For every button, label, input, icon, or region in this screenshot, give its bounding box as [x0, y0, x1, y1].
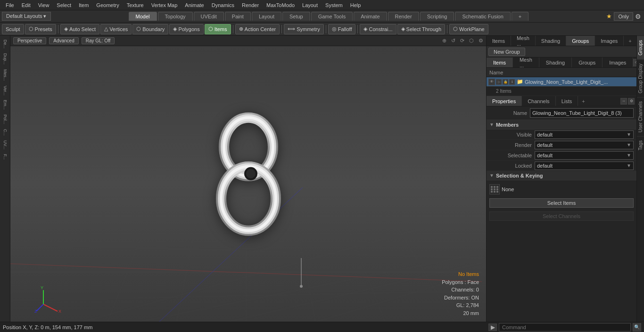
tab-add[interactable]: +	[625, 37, 635, 45]
layout-tab-schematic[interactable]: Schematic Fusion	[455, 12, 510, 21]
sidebar-deform[interactable]: De...	[2, 38, 8, 50]
prop-tab-channels[interactable]: Channels	[522, 96, 555, 106]
tab-items[interactable]: Items	[487, 36, 511, 46]
new-group-button[interactable]: New Group	[488, 48, 525, 56]
subtab-groups[interactable]: Groups	[572, 57, 603, 67]
sculpt-button[interactable]: Sculpt	[2, 24, 24, 34]
visible-select[interactable]: default ▼	[535, 130, 634, 139]
items-button[interactable]: ⬡ Items	[205, 24, 231, 34]
tab-shading[interactable]: Shading	[536, 36, 566, 46]
layout-tab-render[interactable]: Render	[388, 12, 419, 21]
layout-selector[interactable]: Default Layouts ▾	[2, 12, 51, 21]
sidebar-f[interactable]: F...	[2, 152, 8, 162]
vtab-tags[interactable]: Tags	[637, 136, 644, 154]
settings-icon[interactable]: ⚙	[635, 13, 641, 20]
sidebar-vert[interactable]: Ver...	[2, 84, 8, 97]
viewport-icon-4[interactable]: ⬡	[469, 38, 474, 44]
select-through-button[interactable]: ◈ Select Through	[397, 24, 445, 34]
menu-geometry[interactable]: Geometry	[92, 1, 123, 9]
layout-tab-add[interactable]: +	[512, 12, 528, 21]
menu-help[interactable]: Help	[347, 1, 365, 9]
layout-tab-animate[interactable]: Animate	[354, 12, 387, 21]
perspective-btn[interactable]: Perspective	[13, 37, 46, 44]
subtab-shading[interactable]: Shading	[539, 57, 572, 67]
group-item-main[interactable]: 👁 ▷ 🔒 ℹ 📁 Glowing_Neon_Tube_Light_Digit_…	[487, 77, 636, 87]
name-field-input[interactable]	[530, 108, 634, 118]
layout-tab-paint[interactable]: Paint	[225, 12, 251, 21]
viewport-icon-5[interactable]: ⚙	[479, 38, 483, 44]
command-input[interactable]	[499, 323, 631, 332]
group-lock-icon[interactable]: 🔒	[503, 79, 508, 85]
eye-icon[interactable]: 👁	[633, 59, 636, 66]
subtab-items[interactable]: Items	[487, 57, 513, 67]
menu-layout[interactable]: Layout	[298, 1, 322, 9]
subtab-images[interactable]: Images	[603, 57, 633, 67]
vtab-groups[interactable]: Groups	[637, 36, 644, 59]
prop-settings-icon[interactable]: ⚙	[628, 98, 635, 105]
menu-select[interactable]: Select	[53, 1, 75, 9]
layout-tab-model[interactable]: Model	[129, 12, 157, 21]
menu-texture[interactable]: Texture	[123, 1, 148, 9]
constrai-button[interactable]: ◈ Constrai...	[360, 24, 396, 34]
tab-groups[interactable]: Groups	[566, 36, 595, 46]
menu-item[interactable]: Item	[75, 1, 92, 9]
tab-mesh[interactable]: Mesh ...	[511, 36, 536, 46]
selectable-select[interactable]: default ▼	[535, 151, 634, 160]
group-info-icon[interactable]: ℹ	[509, 79, 515, 85]
layout-tab-uvedit[interactable]: UVEdit	[194, 12, 224, 21]
polygons-button[interactable]: ◈ Polygons	[169, 24, 203, 34]
layout-tab-scripting[interactable]: Scripting	[420, 12, 454, 21]
only-button[interactable]: Only	[614, 12, 633, 21]
group-render-icon[interactable]: ▷	[496, 79, 502, 85]
menu-animate[interactable]: Animate	[181, 1, 207, 9]
boundary-button[interactable]: ⬡ Boundary	[132, 24, 168, 34]
layout-tab-topology[interactable]: Topology	[158, 12, 193, 21]
sidebar-c[interactable]: C...	[2, 127, 8, 138]
menu-render[interactable]: Render	[238, 1, 263, 9]
ray-gl-btn[interactable]: Ray GL: Off	[82, 37, 115, 44]
viewport-icon-3[interactable]: ⟳	[460, 38, 464, 44]
members-section-header[interactable]: ▼ Members	[487, 120, 636, 130]
prop-tab-properties[interactable]: Properties	[487, 96, 522, 106]
menu-system[interactable]: System	[322, 1, 347, 9]
subtab-mesh[interactable]: Mesh ...	[513, 57, 539, 67]
menu-maxtomodo[interactable]: MaxToModo	[263, 1, 298, 9]
viewport[interactable]: Perspective Advanced Ray GL: Off ⊕ ↺ ⟳ ⬡…	[10, 36, 486, 322]
sidebar-poly[interactable]: Pol...	[2, 113, 8, 126]
command-search-icon[interactable]: 🔍	[633, 323, 641, 332]
menu-view[interactable]: View	[34, 1, 53, 9]
select-channels-button[interactable]: Select Channels	[489, 211, 634, 221]
locked-select[interactable]: default ▼	[535, 162, 634, 170]
viewport-icon-2[interactable]: ↺	[451, 38, 455, 44]
action-center-button[interactable]: ⊕ Action Center	[235, 24, 280, 34]
command-arrow[interactable]: ▶	[488, 324, 497, 331]
vertices-button[interactable]: △ Vertices	[100, 24, 132, 34]
sidebar-em[interactable]: Em...	[2, 98, 8, 112]
layout-tab-setup[interactable]: Setup	[282, 12, 310, 21]
vtab-group-display[interactable]: Group Display	[637, 59, 644, 97]
render-select[interactable]: default ▼	[535, 141, 634, 149]
sidebar-dup[interactable]: Dup...	[2, 51, 8, 66]
tab-images[interactable]: Images	[595, 36, 624, 46]
symmetry-button[interactable]: ⟺ Symmetry	[284, 24, 324, 34]
advanced-btn[interactable]: Advanced	[49, 37, 78, 44]
sel-keying-header[interactable]: ▼ Selection & Keying	[487, 171, 636, 180]
select-items-button[interactable]: Select Items	[489, 198, 634, 208]
menu-vertex-map[interactable]: Vertex Map	[148, 1, 182, 9]
presets-button[interactable]: ⬡ Presets	[25, 24, 56, 34]
falloff-button[interactable]: ◎ Falloff	[328, 24, 356, 34]
prop-expand-icon[interactable]: ↔	[620, 98, 627, 105]
layout-tab-gametools[interactable]: Game Tools	[311, 12, 353, 21]
layout-tab-layout[interactable]: Layout	[252, 12, 281, 21]
vtab-user-channels[interactable]: User Channels	[637, 97, 644, 136]
prop-tab-lists[interactable]: Lists	[556, 96, 578, 106]
menu-file[interactable]: File	[2, 1, 18, 9]
viewport-content[interactable]: X Z Y No Items Polygons : Face Channels:…	[10, 46, 486, 322]
sidebar-mesh[interactable]: Mes...	[2, 67, 8, 83]
menu-dynamics[interactable]: Dynamics	[208, 1, 238, 9]
workplane-button[interactable]: ⬡ WorkPlane	[449, 24, 488, 34]
viewport-icon-1[interactable]: ⊕	[442, 38, 446, 44]
prop-tab-add[interactable]: +	[578, 97, 588, 105]
sidebar-uv[interactable]: UV...	[2, 138, 8, 151]
auto-select-button[interactable]: ◈ Auto Select	[60, 24, 99, 34]
